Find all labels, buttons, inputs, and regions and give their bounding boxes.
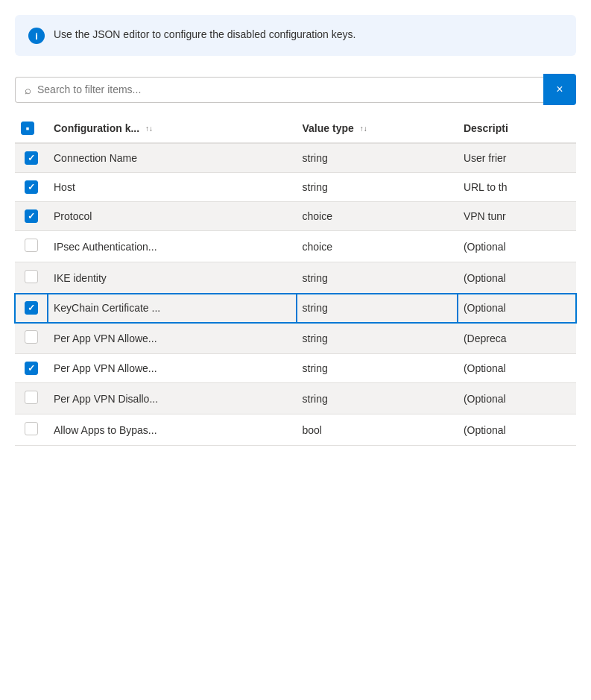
row-checkbox-cell <box>15 323 48 354</box>
table-row[interactable]: Per App VPN Allowe... string (Optional <box>15 354 576 383</box>
row-description: (Optional <box>458 414 576 446</box>
row-checkbox[interactable] <box>25 422 38 435</box>
search-input[interactable] <box>37 83 534 95</box>
row-checkbox-cell <box>15 173 48 202</box>
search-wrapper: ⌕ <box>15 77 543 103</box>
search-row: ⌕ × <box>15 74 576 105</box>
header-config-key[interactable]: Configuration k... ↑↓ <box>48 114 297 143</box>
sort-value-icon[interactable]: ↑↓ <box>360 124 367 133</box>
main-container: i Use the JSON editor to configure the d… <box>0 0 591 461</box>
row-checkbox[interactable] <box>25 301 38 315</box>
info-icon: i <box>28 28 45 44</box>
row-value-type: string <box>297 262 458 294</box>
row-description: VPN tunr <box>458 202 576 231</box>
row-config-key: Protocol <box>48 202 297 231</box>
row-value-type: choice <box>297 202 458 231</box>
row-checkbox[interactable] <box>25 391 38 404</box>
header-checkbox-cell <box>15 114 48 143</box>
row-value-type: bool <box>297 414 458 446</box>
row-description: (Optional <box>458 294 576 323</box>
configuration-table: Configuration k... ↑↓ Value type ↑↓ Desc… <box>15 114 576 446</box>
row-checkbox[interactable] <box>25 209 38 223</box>
info-banner: i Use the JSON editor to configure the d… <box>15 15 576 56</box>
row-checkbox-cell <box>15 294 48 323</box>
row-config-key: Per App VPN Disallo... <box>48 383 297 414</box>
row-value-type: string <box>297 294 458 323</box>
table-body: Connection Name string User frier Host s… <box>15 143 576 446</box>
table-row[interactable]: Protocol choice VPN tunr <box>15 202 576 231</box>
row-checkbox[interactable] <box>25 239 38 252</box>
table-row[interactable]: Per App VPN Allowe... string (Depreca <box>15 323 576 354</box>
table-header-row: Configuration k... ↑↓ Value type ↑↓ Desc… <box>15 114 576 143</box>
row-checkbox-cell <box>15 231 48 262</box>
row-checkbox[interactable] <box>25 151 38 165</box>
row-config-key: Host <box>48 173 297 202</box>
sort-config-icon[interactable]: ↑↓ <box>145 124 153 133</box>
table-row[interactable]: Host string URL to th <box>15 173 576 202</box>
close-icon: × <box>556 83 563 96</box>
row-value-type: string <box>297 323 458 354</box>
row-config-key: Allow Apps to Bypas... <box>48 414 297 446</box>
table-row[interactable]: Allow Apps to Bypas... bool (Optional <box>15 414 576 446</box>
row-description: (Optional <box>458 383 576 414</box>
row-checkbox-cell <box>15 262 48 294</box>
row-value-type: string <box>297 354 458 383</box>
row-description: (Depreca <box>458 323 576 354</box>
row-checkbox-cell <box>15 383 48 414</box>
row-checkbox[interactable] <box>25 180 38 194</box>
row-config-key: Connection Name <box>48 143 297 173</box>
row-value-type: string <box>297 383 458 414</box>
table-row[interactable]: Per App VPN Disallo... string (Optional <box>15 383 576 414</box>
search-clear-button[interactable]: × <box>543 74 576 105</box>
row-description: URL to th <box>458 173 576 202</box>
row-description: (Optional <box>458 262 576 294</box>
row-config-key: IKE identity <box>48 262 297 294</box>
header-value-type[interactable]: Value type ↑↓ <box>297 114 458 143</box>
select-all-checkbox[interactable] <box>21 122 34 135</box>
row-value-type: string <box>297 143 458 173</box>
row-checkbox-cell <box>15 354 48 383</box>
row-value-type: choice <box>297 231 458 262</box>
row-checkbox-cell <box>15 143 48 173</box>
row-checkbox[interactable] <box>25 330 38 344</box>
header-description: Descripti <box>458 114 576 143</box>
search-icon: ⌕ <box>25 83 31 96</box>
row-config-key: Per App VPN Allowe... <box>48 323 297 354</box>
row-description: (Optional <box>458 354 576 383</box>
row-checkbox[interactable] <box>25 362 38 375</box>
row-checkbox-cell <box>15 414 48 446</box>
info-banner-text: Use the JSON editor to configure the dis… <box>54 27 355 42</box>
table-row[interactable]: Connection Name string User frier <box>15 143 576 173</box>
row-description: User frier <box>458 143 576 173</box>
table-row[interactable]: IKE identity string (Optional <box>15 262 576 294</box>
table-row[interactable]: KeyChain Certificate ... string (Optiona… <box>15 294 576 323</box>
row-value-type: string <box>297 173 458 202</box>
row-config-key: IPsec Authentication... <box>48 231 297 262</box>
table-row[interactable]: IPsec Authentication... choice (Optional <box>15 231 576 262</box>
row-checkbox-cell <box>15 202 48 231</box>
row-description: (Optional <box>458 231 576 262</box>
row-checkbox[interactable] <box>25 270 38 283</box>
row-config-key: Per App VPN Allowe... <box>48 354 297 383</box>
row-config-key: KeyChain Certificate ... <box>48 294 297 323</box>
